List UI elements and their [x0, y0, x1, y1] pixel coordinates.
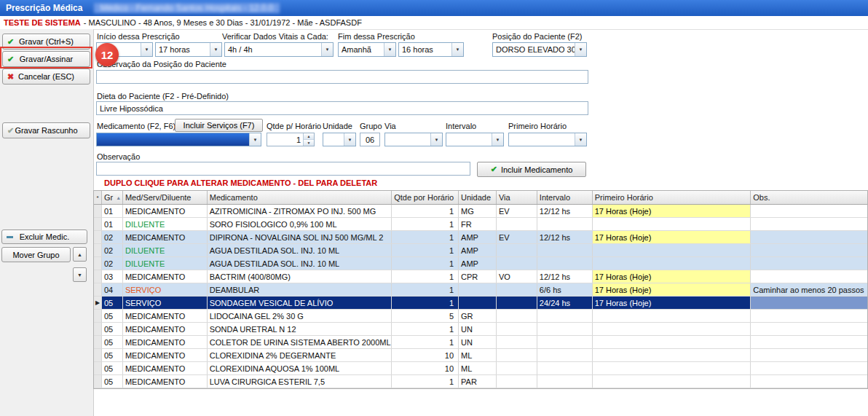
grid-header-obs[interactable]: Obs.: [751, 191, 867, 204]
observacao-input[interactable]: [96, 162, 470, 176]
row-selector: [94, 244, 102, 256]
cell-primeiro_horario: [593, 349, 751, 361]
cell-tipo: MEDICAMENTO: [123, 323, 208, 335]
table-row[interactable]: ▶05SERVIÇOSONDAGEM VESICAL DE ALÍVIO124/…: [94, 297, 867, 310]
cell-obs: [751, 323, 867, 335]
table-row[interactable]: 05MEDICAMENTOLIDOCAINA GEL 2% 30 G5GR: [94, 310, 867, 323]
dieta-label: Dieta do Paciente (F2 - Pré-Definido): [97, 92, 229, 101]
mover-grupo-button[interactable]: Mover Grupo: [1, 247, 71, 262]
cell-unidade: FR: [459, 218, 497, 230]
cell-intervalo: [537, 362, 593, 374]
cell-obs: [751, 362, 867, 374]
fim-hora-select[interactable]: 16 horas ▼: [398, 42, 464, 57]
table-row[interactable]: 02DILUENTEAGUA DESTILADA SOL. INJ. 10 ML…: [94, 257, 867, 270]
qtde-stepper[interactable]: 1 ▲ ▼: [267, 133, 315, 146]
gravar-rascunho-button[interactable]: ✔ Gravar Rascunho: [2, 122, 90, 138]
medicamento-select[interactable]: ▼: [96, 133, 261, 146]
incluir-medicamento-button[interactable]: ✔ Incluir Medicamento: [477, 162, 586, 177]
gravar-button[interactable]: ✔ Gravar (Ctrl+S): [2, 34, 90, 50]
table-row[interactable]: 05MEDICAMENTOLUVA CIRURGICA ESTERIL 7,51…: [94, 375, 867, 388]
table-row[interactable]: 05MEDICAMENTOCOLETOR DE URINA SISTEMA AB…: [94, 336, 867, 349]
dieta-input[interactable]: [96, 101, 588, 115]
cell-gr: 05: [102, 323, 123, 335]
incluir-medicamento-button-label: Incluir Medicamento: [501, 165, 572, 174]
titlebar: Prescrição Médica Médico - Fernando Sant…: [0, 0, 868, 16]
incluir-servicos-button[interactable]: Incluir Serviços (F7): [175, 119, 263, 132]
grid-header-qtde[interactable]: Qtde por Horário: [392, 191, 459, 204]
cell-unidade: UN: [459, 323, 497, 335]
table-row[interactable]: 05MEDICAMENTOCLOREXIDINA AQUOSA 1% 100ML…: [94, 362, 867, 375]
cancelar-button[interactable]: ✖ Cancelar (ESC): [2, 68, 90, 85]
cell-gr: 05: [102, 336, 123, 348]
row-selector: [94, 283, 102, 296]
cell-medicamento: COLETOR DE URINA SISTEMA ABERTO 2000ML: [208, 336, 392, 348]
excluir-medic-button[interactable]: Excluir Medic.: [1, 229, 87, 244]
cell-primeiro_horario: 17 Horas (Hoje): [593, 270, 751, 283]
patient-name: TESTE DE SISTEMA: [4, 18, 81, 27]
move-group-up-button[interactable]: ▲: [73, 247, 87, 262]
patient-bar: TESTE DE SISTEMA - MASCULINO - 48 Anos, …: [0, 16, 868, 30]
grid-header-via[interactable]: Via: [497, 191, 537, 204]
cell-primeiro_horario: 17 Horas (Hoje): [593, 283, 751, 296]
cell-unidade: CPR: [459, 270, 497, 283]
qtde-label: Qtde p/ Horário: [267, 122, 321, 130]
cell-tipo: SERVIÇO: [123, 283, 208, 296]
gravar-rascunho-button-label: Gravar Rascunho: [15, 126, 77, 135]
cell-via: [497, 283, 537, 296]
table-row[interactable]: 04SERVIÇODEAMBULAR16/6 hs17 Horas (Hoje)…: [94, 283, 867, 297]
chevron-down-icon: ▼: [384, 43, 395, 56]
grid-header-unidade[interactable]: Unidade: [459, 191, 497, 204]
via-select[interactable]: ▼: [384, 133, 443, 146]
grid-header-medicamento[interactable]: Medicamento: [208, 191, 392, 204]
cell-tipo: MEDICAMENTO: [123, 205, 208, 217]
chevron-down-icon: ▼: [321, 43, 333, 56]
grid-header-gr[interactable]: Gr ▲: [102, 191, 123, 204]
primeiro-horario-select[interactable]: ▼: [508, 133, 587, 146]
cell-obs: [751, 336, 867, 348]
close-icon: ✖: [7, 73, 14, 81]
cell-qtde: 1: [392, 218, 459, 230]
table-row[interactable]: 01DILUENTESORO FISIOLOGICO 0,9% 100 ML1F…: [94, 218, 867, 231]
table-row[interactable]: 02MEDICAMENTODIPIRONA - NOVALGINA SOL IN…: [94, 231, 867, 244]
grid-header-primeiro-horario[interactable]: Primeiro Horário: [593, 191, 751, 204]
spin-up-icon[interactable]: ▲: [304, 133, 314, 140]
cell-unidade: UN: [459, 336, 497, 348]
fim-dia-select[interactable]: Amanhã ▼: [338, 42, 396, 57]
table-row[interactable]: 05MEDICAMENTOSONDA URETRAL N 121UN: [94, 323, 867, 336]
posicao-select[interactable]: DORSO ELEVADO 30 G ▼: [492, 42, 587, 57]
inicio-label: Início dessa Prescrição: [97, 32, 180, 41]
row-selector: [94, 349, 102, 361]
table-row[interactable]: 02DILUENTEAGUA DESTILADA SOL. INJ. 10 ML…: [94, 244, 867, 257]
cell-qtde: 1: [392, 231, 459, 243]
grid-header-tipo[interactable]: Med/Serv/Diluente: [123, 191, 208, 204]
cell-medicamento: LIDOCAINA GEL 2% 30 G: [208, 310, 392, 322]
cell-obs: [751, 205, 867, 217]
cell-primeiro_horario: 17 Horas (Hoje): [593, 297, 751, 309]
intervalo-select[interactable]: ▼: [446, 133, 504, 146]
grid-header-intervalo[interactable]: Intervalo: [537, 191, 593, 204]
table-row[interactable]: 03MEDICAMENTOBACTRIM (400/80MG)1CPRVO12/…: [94, 270, 867, 283]
sort-asc-icon: ▲: [116, 195, 121, 200]
cell-primeiro_horario: [593, 375, 751, 388]
posicao-label: Posição do Paciente (F2): [492, 32, 583, 41]
move-group-down-button[interactable]: ▼: [73, 267, 87, 282]
cell-tipo: DILUENTE: [123, 218, 208, 230]
gravar-assinar-button[interactable]: ✔ Gravar/Assinar: [2, 51, 90, 67]
grupo-input[interactable]: [360, 133, 380, 146]
spin-down-icon[interactable]: ▼: [304, 140, 314, 146]
table-row[interactable]: 05MEDICAMENTOCLOREXIDINA 2% DEGERMANTE10…: [94, 349, 867, 362]
unidade-select[interactable]: ▼: [323, 133, 356, 146]
cell-qtde: 10: [392, 362, 459, 374]
incluir-servicos-button-label: Incluir Serviços (F7): [184, 121, 255, 130]
via-label: Via: [384, 122, 396, 130]
cell-intervalo: [537, 257, 593, 270]
cell-gr: 04: [102, 283, 123, 296]
inicio-hora-select[interactable]: 17 horas ▼: [155, 42, 222, 57]
cell-intervalo: [537, 336, 593, 348]
table-row[interactable]: 01MEDICAMENTOAZITROMICINA - ZITROMAX PO …: [94, 205, 867, 218]
cell-medicamento: BACTRIM (400/80MG): [208, 270, 392, 283]
gravar-button-label: Gravar (Ctrl+S): [19, 37, 74, 46]
dados-vitais-select[interactable]: 4h / 4h ▼: [224, 42, 334, 57]
cell-obs: [751, 297, 867, 309]
obs-posicao-input[interactable]: [96, 70, 588, 84]
